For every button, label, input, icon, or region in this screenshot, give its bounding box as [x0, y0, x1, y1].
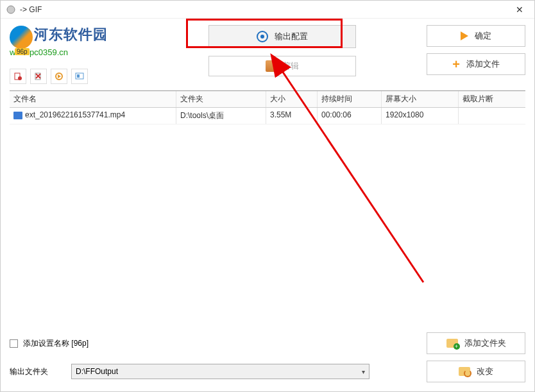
header-filename[interactable]: 文件名: [10, 91, 176, 107]
cell-screen: 1920x1080: [382, 108, 459, 124]
output-config-button[interactable]: 输出配置: [208, 25, 356, 48]
app-icon: [6, 4, 16, 15]
add-setting-name-label: 添加设置名称 [96p]: [23, 338, 89, 349]
confirm-label: 确定: [475, 30, 491, 42]
cell-folder: D:\tools\桌面: [176, 108, 266, 124]
folder-add-icon: [446, 339, 458, 348]
globe-icon: [10, 26, 33, 49]
table-header: 文件名 文件夹 大小 持续时间 屏幕大小 截取片断: [10, 91, 525, 108]
cell-filename: ext_2019622161537741.mp4: [10, 108, 176, 124]
plus-icon: +: [452, 59, 460, 69]
header-screen[interactable]: 屏幕大小: [382, 91, 459, 107]
add-file-button[interactable]: + 添加文件: [427, 53, 525, 75]
confirm-button[interactable]: 确定: [427, 25, 525, 47]
close-button[interactable]: ✕: [510, 3, 529, 16]
output-folder-select[interactable]: D:\FFOutput ▾: [71, 364, 369, 379]
output-config-label: 输出配置: [275, 31, 308, 42]
gear-icon: [257, 31, 268, 42]
window-title: -> GIF: [20, 5, 510, 14]
output-folder-value: D:\FFOutput: [76, 367, 118, 376]
watermark-title: 河东软件园: [34, 26, 108, 42]
titlebar: -> GIF ✕: [1, 1, 534, 19]
cell-size: 3.55M: [266, 108, 318, 124]
header-clip[interactable]: 截取片断: [459, 91, 525, 107]
video-file-icon: [13, 112, 22, 119]
add-file-label: 添加文件: [466, 58, 500, 70]
output-folder-label: 输出文件夹: [10, 366, 66, 377]
film-icon: [266, 60, 276, 72]
cell-filename-text: ext_2019622161537741.mp4: [25, 110, 125, 119]
cell-clip: [459, 108, 525, 124]
add-folder-label: 添加文件夹: [464, 337, 506, 349]
watermark-logo: 河东软件园 www.pc0359.cn 96p: [10, 25, 138, 64]
header-duration[interactable]: 持续时间: [318, 91, 382, 107]
cell-duration: 00:00:06: [318, 108, 382, 124]
add-setting-name-checkbox[interactable]: [10, 339, 18, 348]
header-size[interactable]: 大小: [266, 91, 318, 107]
table-row[interactable]: ext_2019622161537741.mp4 D:\tools\桌面 3.5…: [10, 108, 525, 124]
svg-point-0: [7, 6, 15, 13]
edit-button[interactable]: 剪辑: [208, 56, 356, 76]
arrow-right-icon: [461, 31, 468, 40]
file-table: 文件名 文件夹 大小 持续时间 屏幕大小 截取片断 ext_2019622161…: [10, 90, 525, 326]
watermark-badge: 96p: [15, 48, 30, 55]
change-icon: [459, 367, 470, 376]
table-body: ext_2019622161537741.mp4 D:\tools\桌面 3.5…: [10, 108, 525, 124]
edit-label: 剪辑: [282, 60, 299, 72]
add-folder-button[interactable]: 添加文件夹: [427, 332, 525, 354]
change-button[interactable]: 改变: [427, 361, 525, 382]
chevron-down-icon: ▾: [362, 368, 365, 375]
change-label: 改变: [477, 366, 493, 377]
header-folder[interactable]: 文件夹: [176, 91, 266, 107]
